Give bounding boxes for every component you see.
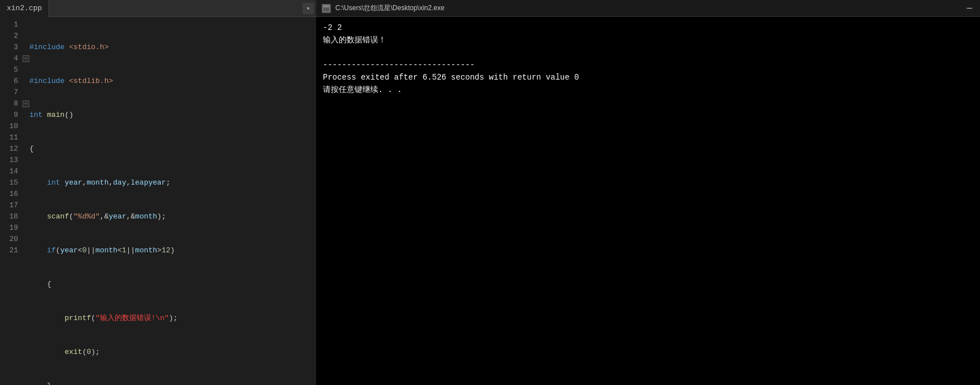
fold-line-9 xyxy=(23,110,29,121)
fold-line-10 xyxy=(23,121,29,132)
terminal-line-5: Process exited after 6.526 seconds with … xyxy=(323,71,973,84)
fold-line-6 xyxy=(23,76,29,87)
dropdown-arrow[interactable]: ▾ xyxy=(303,3,314,14)
line-num-6: 6 xyxy=(0,76,18,87)
code-line-8: { xyxy=(29,279,316,290)
line-num-18: 18 xyxy=(0,211,18,222)
fold-line-19 xyxy=(23,222,29,234)
line-num-10: 10 xyxy=(0,121,18,132)
code-line-6: scanf("%d%d",&year,&month); xyxy=(29,211,316,222)
terminal-title-text: C:\Users\忿怨流星\Desktop\xin2.exe xyxy=(335,3,444,13)
terminal-line-6: 请按任意键继续. . . xyxy=(323,84,973,96)
code-line-9: printf("输入的数据错误!\n"); xyxy=(29,313,316,324)
fold-line-8[interactable]: − xyxy=(23,98,29,110)
terminal-title-left: C:\Users\忿怨流星\Desktop\xin2.exe xyxy=(322,3,444,13)
fold-line-17 xyxy=(23,200,29,211)
terminal-icon xyxy=(322,4,331,13)
terminal-line-4: -------------------------------- xyxy=(323,59,973,71)
terminal-line-1: -2 2 xyxy=(323,21,973,34)
fold-line-12 xyxy=(23,143,29,155)
line-num-20: 20 xyxy=(0,234,18,245)
fold-line-3 xyxy=(23,42,29,53)
terminal-close-button[interactable]: — xyxy=(964,3,974,14)
editor-pane: xin2.cpp ▾ 1 2 3 4 5 6 7 8 9 10 11 12 13… xyxy=(0,0,316,385)
line-num-12: 12 xyxy=(0,143,18,155)
code-line-4: { xyxy=(29,143,316,155)
line-num-17: 17 xyxy=(0,200,18,211)
line-num-21: 21 xyxy=(0,245,18,256)
fold-line-14 xyxy=(23,166,29,177)
svg-rect-1 xyxy=(323,6,329,7)
line-num-11: 11 xyxy=(0,132,18,143)
line-num-8: 8 xyxy=(0,98,18,110)
line-numbers: 1 2 3 4 5 6 7 8 9 10 11 12 13 14 15 16 1… xyxy=(0,17,23,385)
terminal-pane: C:\Users\忿怨流星\Desktop\xin2.exe — -2 2 输入… xyxy=(316,0,980,385)
code-content: #include <stdio.h> #include <stdlib.h> i… xyxy=(29,17,316,385)
code-area: 1 2 3 4 5 6 7 8 9 10 11 12 13 14 15 16 1… xyxy=(0,17,316,385)
fold-line-2 xyxy=(23,30,29,42)
fold-line-11 xyxy=(23,132,29,143)
code-line-10: exit(0); xyxy=(29,347,316,358)
line-num-7: 7 xyxy=(0,87,18,98)
line-num-1: 1 xyxy=(0,19,18,30)
fold-box-8[interactable]: − xyxy=(23,100,29,107)
tab-label: xin2.cpp xyxy=(7,4,42,12)
tab-bar: xin2.cpp ▾ xyxy=(0,0,316,17)
code-line-1: #include <stdio.h> xyxy=(29,42,316,53)
terminal-line-2: 输入的数据错误！ xyxy=(323,34,973,46)
line-num-16: 16 xyxy=(0,189,18,200)
fold-line-21 xyxy=(23,245,29,256)
terminal-titlebar: C:\Users\忿怨流星\Desktop\xin2.exe — xyxy=(316,0,980,17)
line-num-19: 19 xyxy=(0,222,18,234)
line-num-13: 13 xyxy=(0,155,18,166)
terminal-body: -2 2 输入的数据错误！ --------------------------… xyxy=(316,17,980,385)
line-num-4: 4 xyxy=(0,53,18,64)
fold-line-20 xyxy=(23,234,29,245)
fold-line-7 xyxy=(23,87,29,98)
fold-line-18 xyxy=(23,211,29,222)
code-line-5: int year,month,day,leapyear; xyxy=(29,177,316,189)
fold-line-16 xyxy=(23,189,29,200)
terminal-line-3 xyxy=(323,46,973,59)
fold-line-15 xyxy=(23,177,29,189)
tab-xin2cpp[interactable]: xin2.cpp xyxy=(0,0,49,17)
line-num-3: 3 xyxy=(0,42,18,53)
fold-line-13 xyxy=(23,155,29,166)
fold-indicators: − − xyxy=(23,17,29,385)
line-num-5: 5 xyxy=(0,64,18,76)
code-line-2: #include <stdlib.h> xyxy=(29,76,316,87)
code-line-3: int main() xyxy=(29,110,316,121)
fold-line-4[interactable]: − xyxy=(23,53,29,64)
code-line-7: if(year<0||month<1||month>12) xyxy=(29,245,316,256)
line-num-14: 14 xyxy=(0,166,18,177)
fold-line-5 xyxy=(23,64,29,76)
fold-box-4[interactable]: − xyxy=(23,55,29,62)
line-num-9: 9 xyxy=(0,110,18,121)
line-num-2: 2 xyxy=(0,30,18,42)
code-line-11: } xyxy=(29,380,316,385)
fold-line-1 xyxy=(23,19,29,30)
line-num-15: 15 xyxy=(0,177,18,189)
